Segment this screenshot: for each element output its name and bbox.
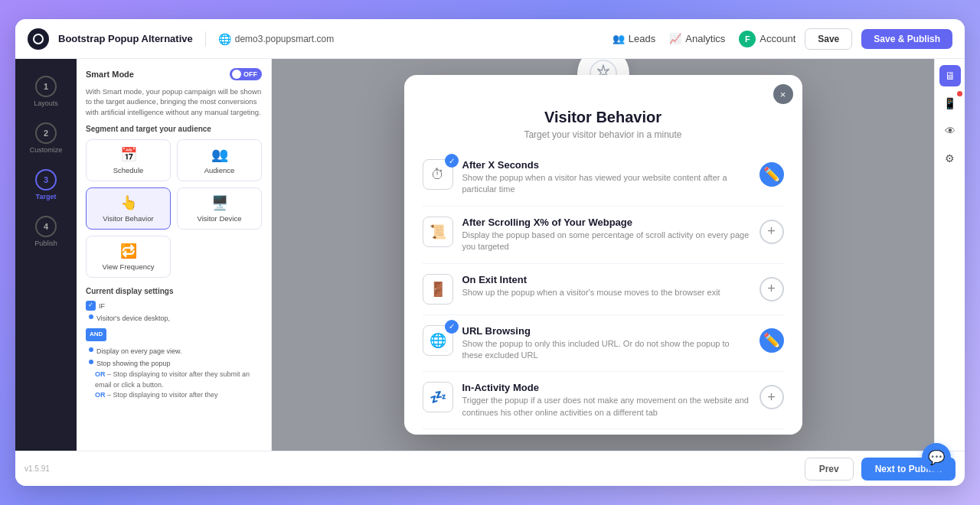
check-icon: ✓: [86, 301, 96, 311]
exit-intent-content: On Exit Intent Show up the popup when a …: [462, 274, 750, 298]
settings-device: Visitor's device desktop,: [89, 312, 262, 324]
preview-button[interactable]: 👁: [939, 120, 961, 142]
analytics-icon: 📈: [669, 33, 681, 44]
url-browsing-content: URL Browsing Show the popup to only this…: [462, 325, 750, 362]
after-x-seconds-title: After X Seconds: [462, 159, 750, 171]
smart-mode-label: Smart Mode: [86, 70, 134, 79]
desktop-view-button[interactable]: 🖥: [939, 65, 961, 86]
settings-or-2: OR – Stop displaying to visitor after th…: [95, 390, 262, 401]
nav-account[interactable]: F Account: [739, 31, 795, 47]
behavior-item-exit-intent: 🚪 On Exit Intent Show up the popup when …: [423, 264, 784, 315]
exit-intent-icon: 🚪: [423, 274, 453, 305]
after-x-seconds-desc: Show the popup when a visitor has viewed…: [462, 172, 750, 196]
step-3-label: Target: [36, 193, 57, 200]
targeting-grid: 📅 Schedule 👥 Audience 👆 Visitor Behavior…: [86, 139, 262, 278]
check-badge-1: ✓: [445, 154, 459, 168]
step-4[interactable]: 4 Publish: [30, 211, 62, 252]
scrolling-title: After Scrolling X% of Your Webpage: [462, 217, 750, 228]
smart-mode-row: Smart Mode OFF: [86, 68, 262, 80]
divider: [205, 31, 206, 47]
modal-header: Visitor Behavior Target your visitor beh…: [404, 75, 802, 149]
after-x-seconds-icon: ⏱ ✓: [423, 159, 453, 190]
app-title: Bootstrap Popup Alternative: [58, 33, 193, 44]
step-2-label: Customize: [30, 146, 63, 154]
grid-item-audience[interactable]: 👥 Audience: [177, 139, 262, 181]
modal-subtitle: Target your visitor behavior in a minute: [429, 129, 778, 140]
step-1-label: Layouts: [34, 99, 58, 107]
check-badge-4: ✓: [445, 320, 459, 334]
step-4-circle: 4: [35, 216, 57, 237]
step-3[interactable]: 3 Target: [31, 165, 61, 205]
chat-button[interactable]: 💬: [922, 443, 951, 472]
notification-dot: [957, 91, 962, 96]
app-logo: [28, 28, 49, 50]
topbar: Bootstrap Popup Alternative 🌐 demo3.popu…: [15, 19, 965, 59]
scrolling-add-button[interactable]: +: [760, 220, 784, 244]
exit-intent-title: On Exit Intent: [462, 274, 750, 285]
url-browsing-edit-button[interactable]: ✏️: [760, 328, 784, 353]
grid-item-visitor-behavior[interactable]: 👆 Visitor Behavior: [86, 187, 171, 230]
modal-body: ⏱ ✓ After X Seconds Show the popup when …: [404, 149, 802, 435]
visitor-device-icon: 🖥️: [211, 194, 228, 211]
right-toolbar: 🖥 📱 👁 ⚙: [934, 59, 965, 451]
after-x-seconds-content: After X Seconds Show the popup when a vi…: [462, 159, 750, 196]
modal-overlay: × Visitor Behavior Target your visitor b…: [272, 59, 934, 451]
behavior-item-after-x-seconds: ⏱ ✓ After X Seconds Show the popup when …: [423, 149, 784, 207]
bullet-icon-2: [89, 347, 93, 352]
visitor-behavior-icon: 👆: [120, 194, 137, 211]
settings-if: ✓ IF: [86, 300, 262, 312]
inactivity-icon: 💤: [423, 382, 453, 412]
nav-analytics[interactable]: 📈 Analytics: [669, 33, 725, 44]
modal-close-button[interactable]: ×: [773, 84, 793, 104]
settings-or-1: OR – Stop displaying to visitor after th…: [95, 370, 262, 390]
step-1-circle: 1: [35, 76, 57, 97]
behavior-item-html: </> HTML Targeting Trigger popup based o…: [423, 429, 784, 435]
step-2[interactable]: 2 Customize: [25, 118, 67, 158]
scrolling-icon: 📜: [423, 217, 453, 247]
version-label: v1.5.91: [24, 464, 50, 473]
top-nav: 👥 Leads 📈 Analytics F Account: [612, 31, 795, 47]
settings-list: ✓ IF Visitor's device desktop, AND Displ…: [86, 300, 262, 401]
content-area: 1 Layouts 2 Customize 3 Target 4 Publish…: [15, 59, 965, 451]
desktop-view-wrap: 🖥: [939, 65, 961, 86]
save-button[interactable]: Save: [805, 28, 852, 50]
step-2-circle: 2: [35, 122, 57, 144]
modal-container: × Visitor Behavior Target your visitor b…: [404, 75, 802, 435]
settings-stop: Stop showing the popup: [89, 357, 262, 370]
visitor-behavior-modal: × Visitor Behavior Target your visitor b…: [404, 75, 802, 435]
grid-item-schedule[interactable]: 📅 Schedule: [86, 139, 171, 181]
inactivity-title: In-Activity Mode: [462, 382, 750, 393]
smart-mode-desc: With Smart mode, your popup campaign wil…: [86, 86, 262, 117]
step-4-label: Publish: [34, 239, 57, 247]
behavior-item-scrolling: 📜 After Scrolling X% of Your Webpage Dis…: [423, 207, 784, 264]
canvas-area: × ×: [272, 59, 934, 451]
behavior-item-inactivity: 💤 In-Activity Mode Trigger the popup if …: [423, 372, 784, 429]
bottom-bar: v1.5.91 Prev Next to Publish: [15, 451, 965, 486]
grid-item-visitor-device[interactable]: 🖥️ Visitor Device: [177, 187, 262, 230]
bullet-icon: [89, 314, 93, 319]
scrolling-content: After Scrolling X% of Your Webpage Displ…: [462, 217, 750, 253]
step-3-circle: 3: [35, 169, 57, 191]
inactivity-add-button[interactable]: +: [760, 385, 784, 409]
prev-button[interactable]: Prev: [805, 458, 854, 481]
exit-intent-add-button[interactable]: +: [760, 277, 784, 301]
step-1[interactable]: 1 Layouts: [29, 71, 63, 112]
after-x-seconds-edit-button[interactable]: ✏️: [760, 162, 784, 187]
exit-intent-desc: Show up the popup when a visitor's mouse…: [462, 287, 750, 298]
inactivity-desc: Trigger the popup if a user does not mak…: [462, 395, 750, 419]
modal-title: Visitor Behavior: [429, 109, 778, 126]
segment-title: Segment and target your audience: [86, 125, 262, 133]
bullet-icon-3: [89, 360, 93, 364]
schedule-icon: 📅: [120, 146, 137, 163]
display-settings-title: Current display settings: [86, 287, 262, 295]
save-publish-button[interactable]: Save & Publish: [861, 29, 952, 49]
grid-item-view-frequency[interactable]: 🔁 View Frequency: [86, 236, 171, 278]
nav-leads[interactable]: 👥 Leads: [612, 33, 655, 44]
and-badge-wrap: AND: [86, 327, 262, 342]
steps-sidebar: 1 Layouts 2 Customize 3 Target 4 Publish: [15, 59, 77, 451]
behavior-item-url-browsing: 🌐 ✓ URL Browsing Show the popup to only …: [423, 315, 784, 373]
inactivity-content: In-Activity Mode Trigger the popup if a …: [462, 382, 750, 419]
mobile-view-wrap: 📱: [939, 93, 961, 114]
settings-button[interactable]: ⚙: [939, 148, 961, 169]
smart-mode-toggle[interactable]: OFF: [230, 68, 262, 80]
